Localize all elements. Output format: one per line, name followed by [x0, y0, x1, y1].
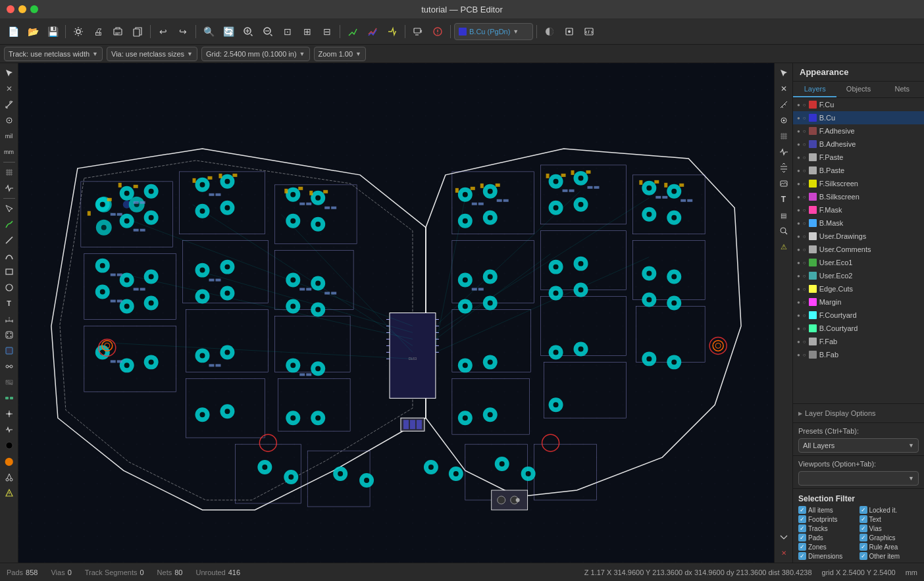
layer-visibility-icon[interactable]: ● — [797, 260, 800, 266]
scripting-button[interactable] — [580, 22, 598, 41]
layer-eye-icon[interactable]: ○ — [803, 352, 806, 358]
close-tool-right[interactable]: ✕ — [777, 82, 791, 96]
layer-item-user-comments[interactable]: ● ○ User.Comments — [793, 243, 924, 256]
clearance-tool[interactable] — [2, 391, 16, 405]
sf-checkbox-other-item[interactable]: ✓ — [860, 552, 867, 560]
stripe-tool[interactable] — [2, 375, 16, 390]
layer-display-options-toggle[interactable]: ▶ Layer Display Options — [798, 407, 919, 420]
line-tool[interactable] — [2, 233, 16, 247]
zoom-fit-button[interactable]: ⊡ — [278, 22, 297, 41]
route-button[interactable] — [344, 22, 362, 41]
layer-visibility-icon[interactable]: ● — [797, 273, 800, 279]
layer-visibility-icon[interactable]: ● — [797, 299, 800, 305]
layer-item-f-mask[interactable]: ● ○ F.Mask — [793, 203, 924, 216]
layer-item-user-drawings[interactable]: ● ○ User.Drawings — [793, 230, 924, 243]
layer-item-b-cu[interactable]: ● ○ B.Cu — [793, 111, 924, 124]
layer-visibility-icon[interactable]: ● — [797, 220, 800, 226]
sf-item-all-items[interactable]: ✓ All items — [798, 506, 858, 514]
layer-visibility-icon[interactable]: ● — [797, 141, 800, 147]
origin-tool[interactable] — [2, 407, 16, 421]
layer-eye-icon[interactable]: ○ — [803, 128, 806, 134]
arrows-right[interactable] — [777, 161, 791, 175]
minimize-button[interactable] — [18, 5, 26, 13]
sf-checkbox-footprints[interactable]: ✓ — [798, 515, 806, 523]
connect-tool[interactable] — [2, 359, 16, 374]
refresh-button[interactable]: 🔄 — [219, 22, 238, 41]
sf-item-text[interactable]: ✓ Text — [860, 515, 919, 523]
zone-tool[interactable] — [2, 343, 16, 358]
layer-eye-icon[interactable]: ○ — [803, 102, 806, 108]
text-tool[interactable]: T — [2, 296, 16, 311]
layer-eye-icon[interactable]: ○ — [803, 313, 806, 318]
layer-eye-icon[interactable]: ○ — [803, 115, 806, 121]
layer-eye-icon[interactable]: ○ — [803, 194, 806, 200]
layer-item-f-cu[interactable]: ● ○ F.Cu — [793, 98, 924, 111]
layer-visibility-icon[interactable]: ● — [797, 207, 800, 213]
dim-right[interactable]: ▤ — [777, 208, 791, 222]
layer-visibility-icon[interactable]: ● — [797, 234, 800, 240]
layer-item-f-courtyard[interactable]: ● ○ F.Courtyard — [793, 309, 924, 322]
layer-item-f-fab[interactable]: ● ○ F.Fab — [793, 335, 924, 348]
select-tool[interactable] — [2, 66, 16, 80]
palette-tool[interactable]: ⬤ — [2, 454, 16, 468]
sf-checkbox-vias[interactable]: ✓ — [860, 524, 867, 532]
zoom-out-button[interactable] — [259, 22, 277, 41]
close-panel-right[interactable] — [777, 530, 791, 544]
route-track[interactable] — [2, 217, 16, 232]
rectangle-tool[interactable] — [2, 265, 16, 279]
plot-button[interactable] — [109, 22, 127, 41]
sf-checkbox-rule-area[interactable]: ✓ — [860, 543, 867, 551]
layer-eye-icon[interactable]: ○ — [803, 234, 806, 240]
zoom-area-button[interactable]: ⊞ — [298, 22, 317, 41]
sf-checkbox-graphics[interactable]: ✓ — [860, 534, 867, 542]
maximize-button[interactable] — [30, 5, 38, 13]
layer-item-edge-cuts[interactable]: ● ○ Edge.Cuts — [793, 282, 924, 295]
layer-item-f-paste[interactable]: ● ○ F.Paste — [793, 151, 924, 164]
open-button[interactable]: 📂 — [24, 22, 42, 41]
sf-checkbox-tracks[interactable]: ✓ — [798, 524, 806, 532]
track-width-selector[interactable]: Track: use netclass width ▼ — [4, 47, 103, 61]
presets-dropdown[interactable]: All Layers ▼ — [798, 438, 919, 453]
layer-eye-icon[interactable]: ○ — [803, 181, 806, 187]
footprint-tool[interactable] — [2, 328, 16, 342]
sf-checkbox-dimensions[interactable]: ✓ — [798, 552, 806, 560]
layer-visibility-icon[interactable]: ● — [797, 247, 800, 253]
layer-eye-icon[interactable]: ○ — [803, 141, 806, 147]
sf-item-other-item[interactable]: ✓ Other item — [860, 552, 919, 560]
snap-tool[interactable] — [2, 113, 16, 128]
arrow-tool[interactable] — [2, 201, 16, 216]
tab-layers[interactable]: Layers — [793, 82, 836, 97]
save-button[interactable]: 💾 — [43, 22, 62, 41]
layer-item-b-fab[interactable]: ● ○ B.Fab — [793, 348, 924, 361]
snap-right[interactable] — [777, 113, 791, 128]
layer-visibility-icon[interactable]: ● — [797, 286, 800, 292]
router-right[interactable]: ✕ — [777, 545, 791, 560]
search-button[interactable]: 🔍 — [199, 22, 218, 41]
layer-eye-icon[interactable]: ○ — [803, 168, 806, 174]
layer-eye-icon[interactable]: ○ — [803, 260, 806, 266]
sf-checkbox-all-items[interactable]: ✓ — [798, 506, 806, 514]
sf-checkbox-zones[interactable]: ✓ — [798, 543, 806, 551]
sf-item-vias[interactable]: ✓ Vias — [860, 524, 919, 532]
footprint-wizard-button[interactable] — [560, 22, 578, 41]
layer-item-b-adhesive[interactable]: ● ○ B.Adhesive — [793, 138, 924, 151]
waveform-tool[interactable] — [2, 181, 16, 195]
layer-visibility-icon[interactable]: ● — [797, 115, 800, 121]
pcb-canvas-area[interactable]: DL63 — [18, 63, 774, 563]
layer-item-f-silkscreen[interactable]: ● ○ F.Silkscreen — [793, 177, 924, 190]
tab-objects[interactable]: Objects — [836, 82, 880, 97]
layer-eye-icon[interactable]: ○ — [803, 247, 806, 253]
layer-item-b-mask[interactable]: ● ○ B.Mask — [793, 216, 924, 230]
layer-item-user-eco2[interactable]: ● ○ User.Eco2 — [793, 269, 924, 282]
unit-mm[interactable]: mm — [2, 145, 16, 159]
text-right[interactable]: T — [777, 192, 791, 207]
diff-pair-button[interactable] — [363, 22, 382, 41]
layer-visibility-icon[interactable]: ● — [797, 352, 800, 358]
sf-checkbox-text[interactable]: ✓ — [860, 515, 867, 523]
tab-nets[interactable]: Nets — [881, 82, 924, 97]
layer-item-b-courtyard[interactable]: ● ○ B.Courtyard — [793, 322, 924, 335]
sf-item-locked-it.[interactable]: ✓ Locked it. — [860, 506, 919, 514]
zoom-selector[interactable]: Zoom 1.00 ▼ — [314, 47, 367, 61]
export-button[interactable] — [128, 22, 147, 41]
grid-overlay[interactable] — [2, 165, 16, 180]
